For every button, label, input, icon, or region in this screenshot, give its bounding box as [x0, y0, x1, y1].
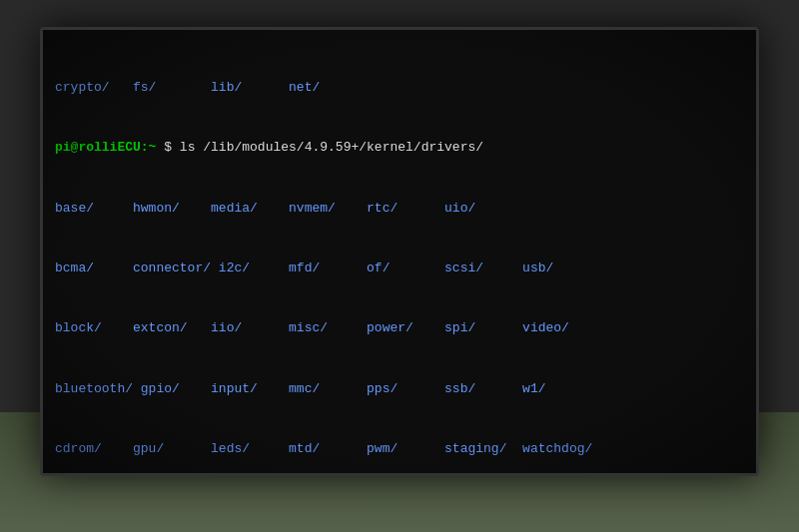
line-4: block/ extcon/ iio/ misc/ power/ spi/ vi… [55, 318, 744, 338]
line-0: crypto/ fs/ lib/ net/ [55, 78, 744, 98]
photo-frame: crypto/ fs/ lib/ net/ pi@rolliECU:~ $ ls… [0, 0, 799, 532]
line-5: bluetooth/ gpio/ input/ mmc/ pps/ ssb/ w… [55, 379, 744, 399]
monitor-screen: crypto/ fs/ lib/ net/ pi@rolliECU:~ $ ls… [43, 30, 756, 473]
line-3: bcma/ connector/ i2c/ mfd/ of/ scsi/ usb… [55, 259, 744, 278]
line-6: cdrom/ gpu/ leds/ mtd/ pwm/ staging/ wat… [55, 439, 744, 459]
terminal-output: crypto/ fs/ lib/ net/ pi@rolliECU:~ $ ls… [55, 38, 744, 473]
monitor: crypto/ fs/ lib/ net/ pi@rolliECU:~ $ ls… [40, 27, 759, 476]
line-2: base/ hwmon/ media/ nvmem/ rtc/ uio/ [55, 199, 744, 219]
line-1: pi@rolliECU:~ $ ls /lib/modules/4.9.59+/… [55, 138, 744, 158]
